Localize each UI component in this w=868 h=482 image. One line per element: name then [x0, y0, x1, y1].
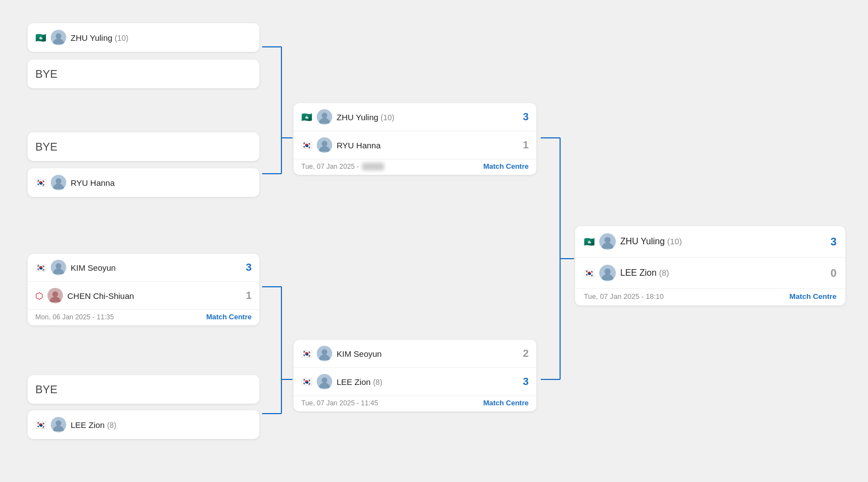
r1-match3-player2: ⬡ CHEN Chi-Shiuan 1 [28, 282, 259, 309]
avatar [51, 175, 66, 190]
flag-macao: 🇲🇴 [35, 33, 46, 43]
flag-korea: 🇰🇷 [35, 420, 46, 430]
avatar [599, 265, 616, 281]
match-date: Tue, 07 Jan 2025 - 11:45 [301, 399, 378, 407]
svg-point-18 [52, 291, 58, 297]
r2-match2-player2: 🇰🇷 LEE Zion (8) 3 [294, 368, 536, 395]
player-name: RYU Hanna [71, 178, 252, 188]
bye-label: BYE [35, 68, 57, 81]
r1-match3-player1: 🇰🇷 KIM Seoyun 3 [28, 254, 259, 282]
flag-macao: 🇲🇴 [584, 237, 595, 247]
player-name: ZHU Yuling (10) [620, 237, 826, 247]
bye-label: BYE [35, 383, 57, 396]
svg-point-15 [56, 33, 61, 39]
avatar [317, 109, 332, 125]
r2-match1-player1: 🇲🇴 ZHU Yuling (10) 3 [294, 103, 536, 131]
r1-match4-player2: 🇰🇷 LEE Zion (8) [28, 410, 259, 439]
score: 3 [523, 111, 529, 123]
avatar [51, 30, 66, 45]
match-date: Mon, 06 Jan 2025 - 11:35 [35, 313, 114, 321]
avatar [317, 346, 332, 361]
player-name: LEE Zion (8) [337, 377, 518, 387]
score: 3 [830, 235, 837, 248]
score: 1 [523, 139, 529, 151]
flag-korea: 🇰🇷 [35, 263, 46, 273]
r1-match4-bye: BYE [28, 375, 259, 404]
player-name: CHEN Chi-Shiuan [67, 291, 241, 301]
score: 0 [830, 267, 837, 280]
match-time-blur [362, 163, 384, 170]
avatar [599, 233, 616, 250]
match-centre-link[interactable]: Match Centre [483, 162, 529, 170]
svg-point-24 [604, 237, 610, 243]
match-centre-link[interactable]: Match Centre [483, 399, 529, 407]
match-date: Tue, 07 Jan 2025 - 18:10 [584, 292, 664, 301]
flag-macao: 🇲🇴 [301, 112, 312, 122]
flag-korea: 🇰🇷 [35, 178, 46, 188]
r1-match3-card: 🇰🇷 KIM Seoyun 3 ⬡ CHEN Chi-Shiuan 1 [28, 254, 259, 325]
r1-match1-bye: BYE [28, 60, 259, 88]
svg-point-17 [56, 263, 61, 269]
avatar [51, 417, 66, 432]
r3-match1-footer: Tue, 07 Jan 2025 - 18:10 Match Centre [575, 288, 845, 306]
r1-match2-bye: BYE [28, 132, 259, 161]
r2-match1-footer: Tue, 07 Jan 2025 - Match Centre [294, 159, 536, 175]
player-name: ZHU Yuling (10) [71, 33, 252, 42]
player-name: LEE Zion (8) [71, 420, 252, 430]
player-name: KIM Seoyun [337, 349, 518, 358]
r3-match1-player2: 🇰🇷 LEE Zion (8) 0 [575, 258, 845, 288]
avatar [47, 288, 63, 303]
flag-korea: 🇰🇷 [301, 349, 312, 359]
flag-korea: 🇰🇷 [301, 377, 312, 387]
r2-match1-card: 🇲🇴 ZHU Yuling (10) 3 🇰🇷 RYU Hanna 1 [294, 103, 536, 175]
r2-match2-footer: Tue, 07 Jan 2025 - 11:45 Match Centre [294, 395, 536, 411]
r1-match2-player2: 🇰🇷 RYU Hanna [28, 168, 259, 197]
player-name: ZHU Yuling (10) [337, 113, 518, 122]
match-centre-link[interactable]: Match Centre [206, 313, 252, 321]
svg-point-22 [322, 349, 327, 355]
score: 3 [523, 376, 529, 388]
score: 1 [246, 290, 252, 302]
score: 3 [246, 261, 252, 274]
r1-match1-player1: 🇲🇴 ZHU Yuling (10) [28, 23, 259, 52]
r2-match2-card: 🇰🇷 KIM Seoyun 2 🇰🇷 LEE Zion (8) 3 [294, 340, 536, 411]
player-name: KIM Seoyun [71, 263, 241, 272]
svg-point-20 [322, 113, 327, 118]
r1-match3-footer: Mon, 06 Jan 2025 - 11:35 Match Centre [28, 309, 259, 325]
avatar [317, 137, 332, 153]
match-date: Tue, 07 Jan 2025 - [301, 163, 359, 170]
flag-korea: 🇰🇷 [301, 140, 312, 151]
flag-korea: 🇰🇷 [584, 268, 595, 279]
match-centre-link[interactable]: Match Centre [789, 292, 837, 301]
r2-match1-player2: 🇰🇷 RYU Hanna 1 [294, 131, 536, 159]
avatar [51, 260, 66, 275]
flag-taiwan: ⬡ [35, 291, 43, 301]
svg-point-21 [322, 141, 327, 146]
svg-point-23 [322, 377, 327, 383]
svg-point-19 [56, 420, 61, 426]
avatar [317, 374, 332, 389]
score: 2 [523, 347, 529, 360]
player-name: RYU Hanna [337, 141, 518, 150]
bye-label: BYE [35, 141, 57, 153]
r3-match1-card: 🇲🇴 ZHU Yuling (10) 3 🇰🇷 LEE Zion (8) 0 [575, 226, 845, 306]
svg-point-25 [604, 269, 610, 275]
svg-point-16 [56, 178, 61, 184]
player-name: LEE Zion (8) [620, 268, 826, 278]
r2-match2-player1: 🇰🇷 KIM Seoyun 2 [294, 340, 536, 368]
r3-match1-player1: 🇲🇴 ZHU Yuling (10) 3 [575, 226, 845, 258]
